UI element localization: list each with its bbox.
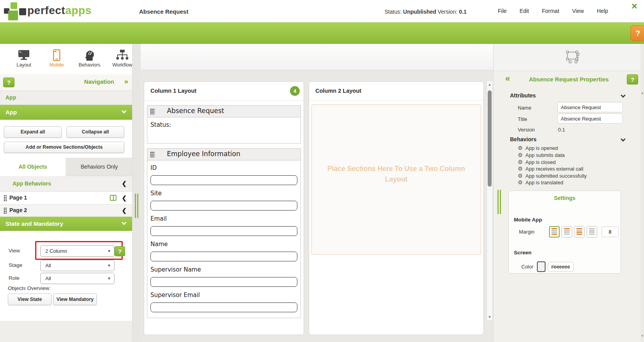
expand-all-button[interactable]: Expand all [4, 126, 62, 138]
attributes-heading[interactable]: Attributes [510, 92, 536, 99]
margin-option-2-button[interactable] [562, 226, 572, 238]
tab-behaviors[interactable]: Behaviors [77, 49, 102, 68]
margin-value-input[interactable] [601, 227, 619, 237]
chevron-double-right-icon[interactable]: » [124, 77, 127, 86]
chevron-down-icon[interactable] [621, 93, 626, 98]
section-absence-request[interactable]: Absence Request Status: [147, 105, 301, 144]
perfectapps-logo[interactable]: perfectapps [3, 0, 120, 22]
page2-row[interactable]: Page 2 ❮ [0, 205, 132, 217]
properties-resize-handle[interactable] [497, 190, 501, 214]
app-section-bar[interactable]: App [0, 105, 132, 120]
breadcrumb-app[interactable]: App [5, 94, 16, 101]
close-icon[interactable]: ✕ [631, 2, 638, 11]
sidebar-resize-handle[interactable] [135, 194, 139, 218]
status-field-label: Status: [150, 121, 297, 128]
margin-option-4-button[interactable] [587, 226, 597, 238]
behavior-item[interactable]: ⚙App receives external call [518, 166, 583, 172]
sidebar-footer [0, 321, 132, 342]
title-input[interactable] [557, 113, 623, 124]
column2-layout-card: Column 2 Layout Place Sections Here To U… [309, 81, 484, 335]
menu-help[interactable]: Help [596, 6, 609, 16]
scroll-down-icon[interactable]: ▼ [640, 334, 644, 338]
behaviors-heading[interactable]: Behaviors [510, 136, 537, 142]
properties-scrollbar[interactable]: ▲ ▼ [640, 44, 644, 342]
selection-group-icon [565, 49, 583, 66]
two-column-icon[interactable] [110, 195, 116, 201]
chevron-down-icon[interactable] [621, 137, 626, 142]
properties-help-button[interactable]: ? [627, 74, 638, 85]
supervisor-email-field[interactable] [150, 302, 297, 312]
menu-edit[interactable]: Edit [519, 6, 530, 16]
view-mandatory-button[interactable]: View Mandatory [53, 293, 97, 305]
scrollbar-thumb[interactable] [488, 90, 492, 187]
behaviors-head-icon [84, 49, 95, 61]
email-field[interactable] [150, 226, 297, 236]
stage-dropdown[interactable]: All ▾ [40, 260, 114, 271]
page1-row[interactable]: Page 1 ❮ [0, 192, 132, 205]
color-value-input[interactable] [548, 262, 574, 272]
state-and-mandatory-bar[interactable]: State and Mandatory [0, 217, 132, 231]
objects-overview-label: Objects Overview: [8, 285, 51, 291]
column2-title: Column 2 Layout [315, 88, 361, 94]
tab-workflow[interactable]: Workflow [110, 49, 134, 68]
add-remove-sections-button[interactable]: Add or Remove Sections/Objects [4, 142, 124, 153]
margin-option-3-button[interactable] [574, 226, 585, 238]
drag-handle-icon[interactable] [150, 108, 155, 115]
breadcrumb: App [0, 91, 132, 105]
object-count-badge[interactable]: 4 [290, 86, 300, 96]
version-value: 0.1 [558, 127, 565, 133]
menu-file[interactable]: File [497, 6, 508, 16]
color-swatch-button[interactable] [537, 261, 546, 272]
view-help-button[interactable]: ? [114, 246, 125, 256]
banner-help-button[interactable]: ? [630, 25, 644, 41]
name-field[interactable] [150, 252, 297, 261]
navigation-title: Navigation [84, 78, 114, 85]
section-title: Employee Information [167, 150, 240, 158]
view-state-button[interactable]: View State [8, 293, 52, 305]
design-canvas: Column 1 Layout 4 Absence Request Status… [141, 44, 493, 342]
drag-handle-icon[interactable] [4, 195, 7, 201]
scroll-up-icon[interactable]: ▲ [487, 83, 492, 86]
main-area: Layout Mobile Behaviors [0, 44, 644, 342]
behavior-item[interactable]: ⚙App is opened [518, 145, 558, 151]
dropdown-arrow-icon: ▾ [108, 246, 110, 256]
section-employee-information[interactable]: Employee Information ID Site Email Name … [147, 148, 301, 318]
id-field[interactable] [150, 175, 297, 185]
role-dropdown[interactable]: All ▾ [40, 273, 114, 284]
scroll-down-icon[interactable]: ▼ [487, 315, 492, 319]
tab-mobile[interactable]: Mobile [45, 49, 69, 68]
menu-bar: File Edit Format View Help [497, 6, 609, 16]
behavior-item[interactable]: ⚙App is closed [518, 159, 556, 165]
tab-behaviors-only[interactable]: Behaviors Only [66, 158, 132, 176]
menu-view[interactable]: View [571, 6, 585, 16]
name-input[interactable] [557, 102, 623, 112]
site-field[interactable] [150, 201, 297, 211]
title-label: Title [518, 116, 527, 122]
margin-option-1-button[interactable] [549, 226, 560, 238]
navigation-help-button[interactable]: ? [3, 77, 14, 87]
column2-drop-zone[interactable]: Place Sections Here To Use a Two Column … [311, 104, 481, 255]
tab-layout[interactable]: Layout [12, 49, 36, 68]
behavior-item[interactable]: ⚙App is translated [518, 179, 563, 185]
behavior-item[interactable]: ⚙App submits data [518, 152, 565, 158]
collapse-all-button[interactable]: Collapse all [66, 126, 124, 138]
canvas-toolbar-strip [141, 44, 493, 70]
chevron-double-left-icon[interactable]: « [505, 74, 510, 84]
chevron-down-icon [122, 220, 127, 225]
menu-format[interactable]: Format [541, 6, 560, 16]
supervisor-name-field[interactable] [150, 277, 297, 287]
name-label: Name [518, 105, 531, 111]
mobile-phone-icon [52, 49, 61, 61]
tab-all-objects[interactable]: All Objects [0, 158, 66, 176]
behavior-item[interactable]: ⚙App submitted successfully [518, 173, 587, 179]
drag-handle-icon[interactable] [4, 207, 7, 214]
version-text: Version:0.1 [438, 9, 467, 15]
drag-handle-icon[interactable] [150, 151, 155, 158]
view-dropdown[interactable]: 2 Column ▾ [40, 245, 114, 257]
scroll-up-icon[interactable]: ▲ [640, 91, 644, 95]
chevron-left-icon: ❮ [122, 180, 127, 187]
app-behaviors-row[interactable]: App Behaviors ❮ [0, 176, 132, 192]
monitor-icon [17, 49, 30, 61]
canvas-scrollbar[interactable]: ▲ ▼ [487, 81, 493, 321]
margin-label: Margin [519, 229, 535, 235]
